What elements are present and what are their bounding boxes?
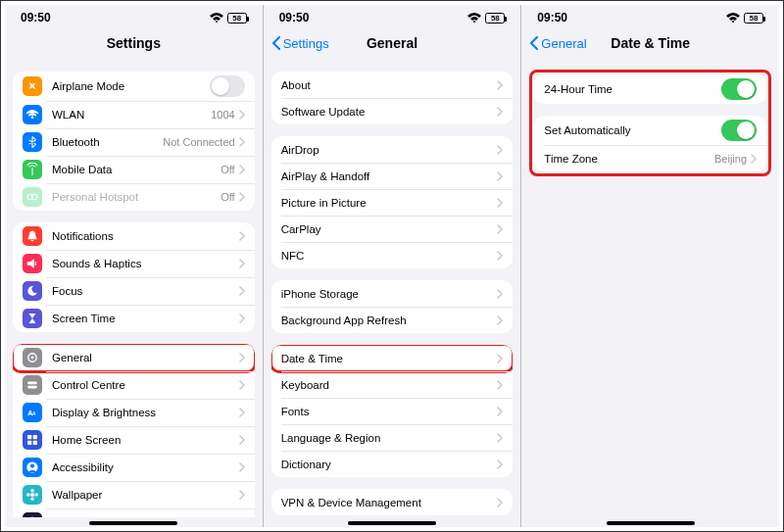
row-general[interactable]: General [13, 344, 255, 371]
chevron-right-icon [239, 380, 245, 390]
row-24-hour-time[interactable]: 24-Hour Time [534, 74, 766, 104]
toggle-switch[interactable] [721, 78, 757, 100]
row-set-automatically[interactable]: Set Automatically [534, 116, 766, 145]
date-time-list[interactable]: 24-Hour Time Set AutomaticallyTime ZoneB… [521, 60, 779, 517]
row-label: iPhone Storage [281, 288, 498, 300]
row-label: Language & Region [281, 432, 498, 444]
svg-point-14 [30, 493, 34, 497]
chevron-right-icon [497, 354, 503, 363]
home-indicator[interactable] [348, 521, 436, 525]
row-siri-search[interactable]: Siri & Search [13, 508, 255, 517]
row-accessibility[interactable]: Accessibility [13, 454, 255, 481]
row-label: AirDrop [281, 144, 498, 156]
back-button[interactable]: Settings [271, 36, 329, 51]
row-about[interactable]: About [271, 72, 514, 98]
back-button[interactable]: General [529, 36, 586, 51]
switches-icon [23, 375, 42, 395]
chevron-right-icon [239, 314, 245, 323]
row-time-zone[interactable]: Time ZoneBeijing [534, 145, 766, 171]
chevron-right-icon [497, 433, 503, 443]
row-label: Sounds & Haptics [52, 258, 239, 269]
row-wlan[interactable]: WLAN1004 [13, 101, 255, 128]
svg-rect-9 [33, 435, 37, 439]
row-screen-time[interactable]: Screen Time [13, 305, 255, 332]
row-nfc[interactable]: NFC [271, 242, 514, 268]
row-carplay[interactable]: CarPlay [271, 216, 514, 242]
row-language-region[interactable]: Language & Region [271, 424, 514, 451]
row-control-centre[interactable]: Control Centre [13, 371, 255, 399]
row-label: Screen Time [52, 313, 239, 324]
row-picture-in-picture[interactable]: Picture in Picture [271, 189, 514, 216]
wifi-status-icon [467, 13, 481, 23]
group-airdrop: AirDropAirPlay & HandoffPicture in Pictu… [271, 136, 514, 268]
row-detail: Not Connected [163, 136, 234, 148]
chevron-right-icon [239, 435, 245, 445]
row-background-app-refresh[interactable]: Background App Refresh [271, 307, 514, 333]
row-focus[interactable]: Focus [13, 277, 255, 305]
row-keyboard[interactable]: Keyboard [271, 371, 514, 398]
row-fonts[interactable]: Fonts [271, 398, 514, 424]
row-airdrop[interactable]: AirDrop [271, 136, 514, 163]
row-label: Focus [52, 285, 239, 297]
chevron-right-icon [497, 498, 503, 508]
row-software-update[interactable]: Software Update [271, 98, 514, 124]
row-label: Time Zone [544, 153, 714, 165]
status-bar: 09:50 58 [521, 5, 779, 26]
row-label: Dictionary [281, 459, 498, 470]
row-home-screen[interactable]: Home Screen [13, 426, 255, 454]
svg-point-16 [30, 497, 34, 501]
row-label: NFC [281, 250, 498, 262]
row-airplane-mode[interactable]: Airplane Mode [13, 72, 255, 101]
settings-list[interactable]: Airplane ModeWLAN1004BluetoothNot Connec… [5, 60, 263, 517]
chevron-left-icon [271, 36, 281, 50]
row-notifications[interactable]: Notifications [13, 222, 255, 250]
status-time: 09:50 [21, 11, 51, 24]
general-list[interactable]: AboutSoftware Update AirDropAirPlay & Ha… [264, 60, 521, 517]
row-airplay-handoff[interactable]: AirPlay & Handoff [271, 163, 514, 189]
row-label: Wallpaper [52, 489, 239, 501]
toggle-switch[interactable] [210, 75, 245, 97]
row-iphone-storage[interactable]: iPhone Storage [271, 280, 514, 307]
antenna-icon [23, 160, 42, 179]
row-mobile-data[interactable]: Mobile DataOff [13, 156, 255, 183]
chevron-right-icon [497, 224, 503, 234]
chevron-right-icon [239, 110, 245, 120]
row-bluetooth[interactable]: BluetoothNot Connected [13, 128, 255, 156]
row-label: Notifications [52, 230, 239, 242]
row-wallpaper[interactable]: Wallpaper [13, 481, 255, 508]
row-label: Display & Brightness [52, 407, 239, 418]
row-label: About [281, 79, 498, 91]
row-personal-hotspot[interactable]: Personal HotspotOff [13, 183, 255, 211]
chevron-left-icon [529, 36, 539, 50]
row-sounds-haptics[interactable]: Sounds & Haptics [13, 250, 255, 277]
svg-text:A: A [32, 411, 36, 416]
home-indicator[interactable] [89, 521, 177, 525]
row-date-time[interactable]: Date & Time [271, 345, 514, 371]
toggle-switch[interactable] [721, 120, 757, 141]
status-icons: 58 [210, 13, 247, 24]
chevron-right-icon [497, 171, 503, 181]
back-label: General [541, 36, 586, 51]
row-detail: 1004 [211, 109, 234, 121]
group-storage: iPhone StorageBackground App Refresh [271, 280, 514, 333]
nav-title: Settings [107, 35, 161, 51]
row-label: AirPlay & Handoff [281, 170, 498, 182]
nav-title: General [367, 35, 417, 51]
status-time: 09:50 [537, 11, 567, 24]
home-indicator[interactable] [607, 521, 695, 525]
row-label: General [52, 352, 239, 363]
row-dictionary[interactable]: Dictionary [271, 451, 514, 477]
row-label: Personal Hotspot [52, 191, 220, 203]
row-display-brightness[interactable]: AADisplay & Brightness [13, 399, 255, 426]
chevron-right-icon [239, 192, 245, 202]
chevron-right-icon [239, 165, 245, 174]
row-detail: Off [220, 191, 234, 203]
row-vpn-device-management[interactable]: VPN & Device Management [271, 489, 514, 515]
flower-icon [23, 485, 42, 505]
wifi-status-icon [726, 13, 740, 23]
row-label: Background App Refresh [281, 314, 498, 326]
chevron-right-icon [239, 286, 245, 296]
chevron-right-icon [497, 407, 503, 416]
status-icons: 58 [726, 13, 763, 24]
chevron-right-icon [239, 137, 245, 147]
